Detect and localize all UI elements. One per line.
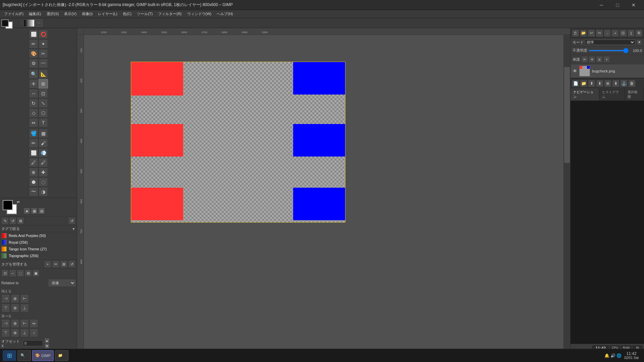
tool-perspective[interactable]: ⬡ xyxy=(39,108,48,118)
align-center-h[interactable]: ⊕ xyxy=(11,294,19,303)
taskbar-search[interactable]: 🔍 xyxy=(17,350,31,361)
taskbar-gimp[interactable]: 🎨 GIMP xyxy=(32,350,54,361)
tool-foreground-select[interactable]: ⚙ xyxy=(29,59,38,68)
right-zoom-out[interactable]: - xyxy=(604,29,611,37)
menu-window[interactable]: ウィンドウ(W) xyxy=(184,10,214,18)
tool-heal[interactable]: ✚ xyxy=(39,168,48,177)
tab-histogram[interactable]: ヒストグラム xyxy=(599,88,625,101)
tool-color-select[interactable]: 🎨 xyxy=(29,49,38,58)
align-left[interactable]: ⊣ xyxy=(1,294,10,303)
tool-ink[interactable]: 🖊 xyxy=(29,158,38,167)
minimize-button[interactable]: ─ xyxy=(594,0,609,10)
delete-layer-btn[interactable]: 🗑 xyxy=(628,80,636,87)
tool-blur-sharpen[interactable]: ◌ xyxy=(39,177,48,187)
color-mode-btn[interactable]: ■ xyxy=(23,207,30,214)
layer-up-btn[interactable]: ⬆ xyxy=(588,80,595,87)
new-tool-preset[interactable]: ✎ xyxy=(1,217,9,225)
tool-clone[interactable]: ⊕ xyxy=(29,168,38,177)
reset-tool[interactable]: ↺ xyxy=(68,217,75,225)
right-redo[interactable]: ↪ xyxy=(596,29,603,37)
right-new-layer[interactable]: 🗒 xyxy=(572,29,579,37)
restore-tool-preset[interactable]: ↺ xyxy=(9,217,16,225)
distribute-equal-v[interactable]: ↕ xyxy=(30,328,38,337)
gimp-image-canvas[interactable] xyxy=(131,62,345,223)
taskbar-explorer[interactable]: 📁 xyxy=(55,350,68,361)
fg-bg-color-picker[interactable] xyxy=(1,18,18,28)
tool-brush[interactable]: 🖌 xyxy=(39,138,48,148)
duplicate-layer-btn[interactable]: ⊕ xyxy=(604,80,611,87)
offset-x-up[interactable]: ▲ xyxy=(44,338,50,343)
right-zoom-in[interactable]: + xyxy=(611,29,619,37)
swap-colors-icon[interactable]: ⇄ xyxy=(17,200,19,204)
add-tag-btn[interactable]: + xyxy=(44,260,51,268)
align-tool-opt-4[interactable]: ⊞ xyxy=(24,269,32,277)
relative-select[interactable]: 画像 レイヤー 選択範囲 パス xyxy=(49,280,75,286)
canvas-viewport[interactable] xyxy=(84,35,564,355)
menu-filter[interactable]: フィルター(R) xyxy=(155,10,184,18)
tab-navigation[interactable]: ナビゲーション xyxy=(571,88,599,101)
menu-edit[interactable]: 編集(E) xyxy=(26,10,44,18)
tool-scissors[interactable]: ✂ xyxy=(39,49,48,58)
tool-perspective-clone[interactable]: ⬢ xyxy=(29,177,38,187)
tool-eraser[interactable]: ⬜ xyxy=(29,148,38,158)
palette-item-reds[interactable]: Reds And Purples (50) xyxy=(0,232,77,239)
right-zoom-fit[interactable]: ⊡ xyxy=(620,29,627,37)
palette-item-topo[interactable]: Topographic (256) xyxy=(0,252,77,259)
tool-text[interactable]: T xyxy=(39,118,48,127)
tool-flip[interactable]: ⇔ xyxy=(29,118,38,127)
maximize-button[interactable]: □ xyxy=(610,0,625,10)
distribute-center-v[interactable]: ⊕ xyxy=(11,328,19,337)
brush-options[interactable]: ··· xyxy=(35,19,43,27)
tool-crop[interactable]: ⊡ xyxy=(39,89,48,98)
opacity-slider[interactable] xyxy=(589,50,629,51)
tool-free-select[interactable]: ✏ xyxy=(29,39,38,49)
right-undo[interactable]: ↩ xyxy=(588,29,595,37)
tool-dodge-burn[interactable]: ◑ xyxy=(39,187,48,196)
fg-color-swatch[interactable] xyxy=(3,200,13,210)
menu-select[interactable]: 選択(S) xyxy=(44,10,62,18)
align-tool-opt-5[interactable]: ▣ xyxy=(32,269,40,277)
foreground-color[interactable] xyxy=(1,19,9,27)
create-layer-btn[interactable]: 📄 xyxy=(572,80,579,87)
tool-transform[interactable]: ↔ xyxy=(29,89,38,98)
offset-x-input[interactable]: 0 xyxy=(23,340,43,346)
delete-tag-btn[interactable]: ⊠ xyxy=(60,260,67,268)
palette-item-tango[interactable]: Tango Icon Theme (27) xyxy=(0,246,77,252)
menu-color[interactable]: 色(C) xyxy=(120,10,134,18)
tool-bucket-fill[interactable]: 🪣 xyxy=(29,129,38,138)
menu-file[interactable]: ファイル(F) xyxy=(1,10,26,18)
lock-position-btn[interactable]: ✛ xyxy=(589,56,595,63)
tool-align[interactable]: ⊞ xyxy=(39,79,48,88)
align-right[interactable]: ⊢ xyxy=(20,294,29,303)
offset-x-down[interactable]: ▼ xyxy=(44,343,50,349)
merge-down-btn[interactable]: ⬇ xyxy=(612,80,620,87)
tool-smudge[interactable]: 〜 xyxy=(29,187,38,196)
tool-mypaint[interactable]: 🖋 xyxy=(39,158,48,167)
align-tool-opt-1[interactable]: ⊡ xyxy=(1,269,9,277)
tab-selection[interactable]: 選択範囲 xyxy=(625,88,644,101)
tool-rect-select[interactable]: ⬜ xyxy=(29,29,38,39)
tool-blend[interactable]: ▦ xyxy=(39,129,48,138)
close-button[interactable]: ✕ xyxy=(626,0,641,10)
tool-ellipse-select[interactable]: ⭕ xyxy=(39,29,48,39)
pattern-mode-btn[interactable]: ▦ xyxy=(31,207,38,214)
layer-visibility-icon[interactable]: 👁 xyxy=(573,68,577,74)
layer-down-btn[interactable]: ⬇ xyxy=(596,80,603,87)
mode-select[interactable]: 標準 溶解 乗算 xyxy=(585,40,635,45)
menu-tool[interactable]: ツール(T) xyxy=(134,10,155,18)
gradient-mode-btn[interactable]: ▤ xyxy=(38,207,45,214)
distribute-right[interactable]: ⊢ xyxy=(20,319,29,328)
menu-layer[interactable]: レイヤー(L) xyxy=(95,10,120,18)
gradient-preview[interactable] xyxy=(24,19,35,27)
distribute-bottom[interactable]: ⊥ xyxy=(20,328,29,337)
tool-shear[interactable]: ◇ xyxy=(29,108,38,118)
distribute-left[interactable]: ⊣ xyxy=(1,319,10,328)
palette-item-royal[interactable]: Royal (256) xyxy=(0,239,77,246)
delete-tool-preset[interactable]: ⊠ xyxy=(17,217,24,225)
right-open-layer[interactable]: 📂 xyxy=(580,29,587,37)
align-bottom[interactable]: ⊥ xyxy=(20,304,29,312)
right-zoom-100[interactable]: 1 xyxy=(628,29,635,37)
tool-fuzzy-select[interactable]: ✦ xyxy=(39,39,48,49)
menu-view[interactable]: 表示(V) xyxy=(61,10,79,18)
menu-help[interactable]: ヘルプ(H) xyxy=(214,10,235,18)
